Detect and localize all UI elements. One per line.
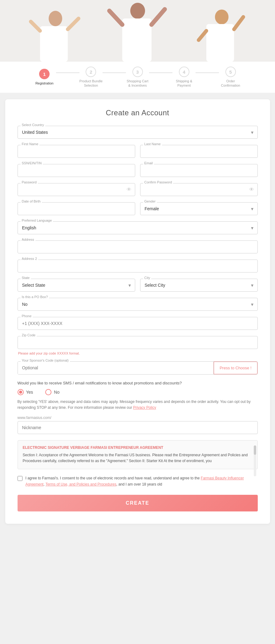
ssn-field: SSN/EIN/TIN xyxy=(18,164,135,177)
disclaimer-text: By selecting 'YES' above, message and da… xyxy=(18,399,258,411)
country-field: Select Country United States xyxy=(18,126,258,139)
privacy-policy-link[interactable]: Privacy Policy xyxy=(133,405,156,410)
password-eye-icon[interactable]: 👁 xyxy=(127,187,131,192)
password-label: Password xyxy=(21,180,38,184)
phone-row: Phone xyxy=(18,317,258,330)
agreement-text: Section I: Acceptance of the Agreement W… xyxy=(23,452,253,464)
agreement-header: ELECTRONIC SIGNATURE VERBIAGE FARMASI EN… xyxy=(23,445,253,450)
nickname-section: www.farmasius.com/ xyxy=(18,416,258,434)
gender-field: Gender Female Male Other xyxy=(140,202,258,215)
step-bundle[interactable]: 2 Product BundleSelection xyxy=(79,67,103,88)
radio-no-circle xyxy=(45,389,51,395)
language-select[interactable]: English Spanish xyxy=(18,221,258,234)
dob-gender-row: Date of Birth Gender Female Male Other xyxy=(18,202,258,215)
consent-text: I agree to Farmasi's. I consent to the u… xyxy=(26,475,258,487)
po-box-field: Is this a PO Box? No Yes xyxy=(18,298,258,311)
name-row: First Name Last Name xyxy=(18,145,258,158)
step-label-2: Product BundleSelection xyxy=(79,79,103,88)
zip-row: Zip Code Please add your zip code XXXXX … xyxy=(18,336,258,355)
svg-point-6 xyxy=(130,3,145,19)
city-select[interactable]: Select City xyxy=(140,279,258,292)
state-select[interactable]: Select State xyxy=(18,279,135,292)
svg-rect-11 xyxy=(206,24,234,62)
password-row: Password 👁 Confirm Password 👁 xyxy=(18,183,258,196)
consent-row: I agree to Farmasi's. I consent to the u… xyxy=(18,475,258,487)
step-label-4: Shipping &Payment xyxy=(176,79,192,88)
dob-label: Date of Birth xyxy=(21,199,42,203)
last-name-input[interactable] xyxy=(140,145,258,158)
password-field: Password 👁 xyxy=(18,183,135,196)
address2-input[interactable] xyxy=(18,260,258,273)
radio-no-label: No xyxy=(54,390,59,395)
svg-point-10 xyxy=(215,10,228,24)
agreement-box: ELECTRONIC SIGNATURE VERBIAGE FARMASI EN… xyxy=(18,440,258,469)
consent-link-terms[interactable]: Terms of Use, and Policies and Procedure… xyxy=(46,482,116,486)
radio-no-option[interactable]: No xyxy=(45,389,59,395)
language-row: Preferred Language English Spanish xyxy=(18,221,258,234)
password-input[interactable] xyxy=(18,183,135,196)
phone-input[interactable] xyxy=(18,317,258,330)
step-registration[interactable]: 1 Registration xyxy=(33,69,56,85)
step-line-4 xyxy=(196,72,219,73)
last-name-field: Last Name xyxy=(140,145,258,158)
last-name-label: Last Name xyxy=(143,142,162,146)
ssn-email-row: SSN/EIN/TIN Email xyxy=(18,164,258,177)
radio-row: Yes No xyxy=(18,389,258,395)
address-input[interactable] xyxy=(18,240,258,253)
gender-select[interactable]: Female Male Other xyxy=(140,202,258,215)
steps-bar: 1 Registration 2 Product BundleSelection… xyxy=(0,62,275,93)
consent-checkbox[interactable] xyxy=(18,476,22,481)
step-label-1: Registration xyxy=(35,81,54,85)
notification-label: Would you like to receive SMS / email no… xyxy=(18,381,258,385)
city-field: City Select City xyxy=(140,279,258,292)
ssn-input[interactable] xyxy=(18,164,135,177)
step-circle-5: 5 xyxy=(225,67,236,77)
nickname-url-prefix: www.farmasius.com/ xyxy=(18,416,258,420)
city-label: City xyxy=(143,276,152,280)
step-circle-1: 1 xyxy=(39,69,50,79)
address-field: Address xyxy=(18,240,258,253)
step-cart[interactable]: 3 Shopping Cart& Incentives xyxy=(126,67,149,88)
step-label-5: OrderConfirmation xyxy=(221,79,240,88)
dob-field: Date of Birth xyxy=(18,202,135,215)
language-field: Preferred Language English Spanish xyxy=(18,221,258,234)
zip-field: Zip Code xyxy=(18,336,258,349)
first-name-label: First Name xyxy=(21,142,40,146)
nickname-input[interactable] xyxy=(18,421,258,434)
step-circle-4: 4 xyxy=(179,67,189,77)
language-label: Preferred Language xyxy=(21,219,53,222)
sponsor-choose-button[interactable]: Press to Choose ! xyxy=(214,362,257,374)
step-line-1 xyxy=(56,72,79,73)
confirm-password-input[interactable] xyxy=(140,183,258,196)
dob-input[interactable] xyxy=(18,202,135,215)
step-confirmation[interactable]: 5 OrderConfirmation xyxy=(219,67,242,88)
state-city-row: State Select State City Select City xyxy=(18,279,258,292)
confirm-password-eye-icon[interactable]: 👁 xyxy=(249,187,254,192)
email-input[interactable] xyxy=(140,164,258,177)
step-line-2 xyxy=(103,72,126,73)
zip-input[interactable] xyxy=(18,336,258,349)
po-box-select[interactable]: No Yes xyxy=(18,298,258,311)
first-name-input[interactable] xyxy=(18,145,135,158)
address-label: Address xyxy=(21,238,35,241)
agreement-scrollbar[interactable] xyxy=(254,445,256,476)
email-field: Email xyxy=(140,164,258,177)
create-button[interactable]: CREATE xyxy=(18,495,258,511)
radio-yes-option[interactable]: Yes xyxy=(18,389,33,395)
sponsor-section: Your Sponsor's Code (optional) Press to … xyxy=(18,361,258,375)
step-circle-2: 2 xyxy=(86,67,96,77)
form-card: Create an Account Select Country United … xyxy=(5,99,270,524)
sponsor-input[interactable] xyxy=(18,362,214,374)
hero-illustration xyxy=(0,0,275,62)
svg-rect-7 xyxy=(122,18,152,62)
radio-yes-circle xyxy=(18,389,24,395)
hero-section xyxy=(0,0,275,62)
address2-label: Address 2 xyxy=(21,257,38,260)
sponsor-label: Your Sponsor's Code (optional) xyxy=(21,359,70,362)
notification-section: Would you like to receive SMS / email no… xyxy=(18,381,258,411)
phone-field: Phone xyxy=(18,317,258,330)
country-select[interactable]: United States xyxy=(18,126,258,139)
po-box-row: Is this a PO Box? No Yes xyxy=(18,298,258,311)
first-name-field: First Name xyxy=(18,145,135,158)
step-shipping[interactable]: 4 Shipping &Payment xyxy=(172,67,196,88)
